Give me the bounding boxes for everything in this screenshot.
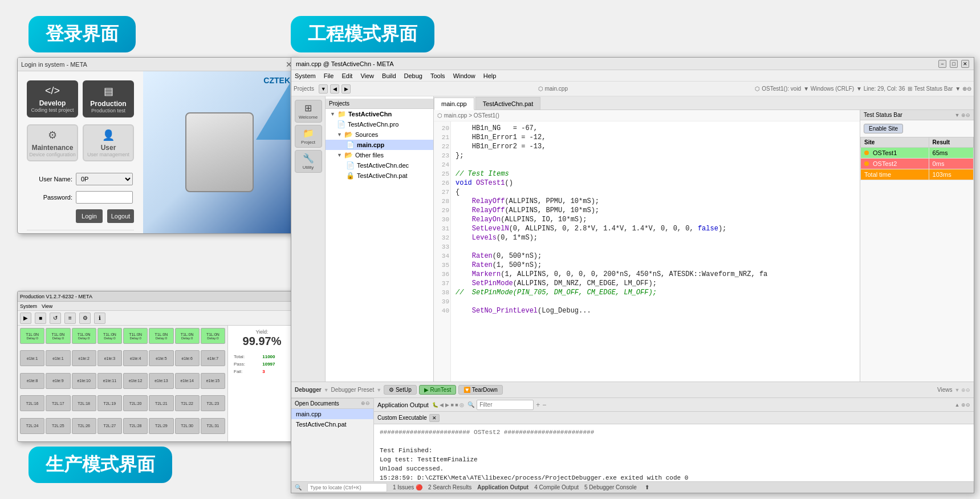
password-field[interactable]	[76, 191, 133, 204]
play-button[interactable]: ▶	[20, 313, 31, 324]
username-select[interactable]: 0P	[76, 173, 133, 185]
search-tab[interactable]: 2 Search Results	[428, 484, 471, 490]
code-editor[interactable]: 20212223 24252627 28293031 32333435 3637…	[434, 121, 860, 382]
filter-icon[interactable]: ▼	[319, 84, 328, 94]
grid-cell[interactable]: T2L:29	[149, 418, 173, 434]
grid-cell[interactable]: T2L:30	[175, 418, 200, 434]
setup-button[interactable]: ⚙ SetUp	[384, 385, 417, 395]
grid-cell[interactable]: e1te:12	[123, 373, 148, 389]
grid-cell[interactable]: T1L:0NDelay:0	[201, 328, 225, 344]
filter-input[interactable]	[477, 400, 534, 410]
menu-build[interactable]: Build	[382, 72, 396, 79]
close-button[interactable]: ✕	[961, 60, 969, 68]
grid-cell[interactable]: e1te:2	[72, 350, 96, 366]
grid-cell[interactable]: T2L:27	[97, 418, 122, 434]
grid-cell[interactable]: T2L:28	[123, 418, 148, 434]
grid-cell[interactable]: T1L:0NDelay:0	[46, 328, 70, 344]
grid-cell[interactable]: T2L:22	[175, 395, 200, 411]
project-sidebar-button[interactable]: 📁 Project	[295, 125, 322, 148]
tree-dec-file[interactable]: 📄 TestActiveChn.dec	[326, 160, 433, 171]
grid-cell[interactable]: e1te:3	[97, 350, 122, 366]
locate-input[interactable]	[307, 483, 387, 492]
runtest-button[interactable]: ▶ RunTest	[419, 385, 456, 395]
open-doc-main-cpp[interactable]: main.cpp	[291, 409, 373, 419]
grid-cell[interactable]: T1L:0NDelay:0	[123, 328, 148, 344]
minimize-button[interactable]: −	[938, 60, 946, 68]
menu-system[interactable]: System	[20, 303, 37, 309]
menu-system[interactable]: System	[295, 72, 316, 79]
production-button[interactable]: ▤ Production Production test	[83, 80, 134, 117]
grid-cell[interactable]: T2L:26	[72, 418, 96, 434]
grid-cell[interactable]: T2L:20	[123, 395, 148, 411]
grid-cell[interactable]: T1L:0NDelay:0	[20, 328, 44, 344]
grid-cell[interactable]: T2L:18	[72, 395, 96, 411]
maintenance-button[interactable]: ⚙ Maintenance Device configuration	[27, 124, 78, 161]
tree-pro-file[interactable]: 📄 TestActiveChn.pro	[326, 119, 433, 129]
grid-cell[interactable]: T1L:0NDelay:0	[149, 328, 173, 344]
develop-button[interactable]: </> Develop Coding test project	[27, 80, 78, 117]
menu-tools[interactable]: Tools	[430, 72, 445, 79]
app-output-tab[interactable]: Application Output	[477, 484, 528, 490]
grid-cell[interactable]: e1te:11	[97, 373, 122, 389]
grid-cell[interactable]: e1te:6	[175, 350, 200, 366]
tree-sources[interactable]: ▼ 📂 Sources	[326, 129, 433, 140]
custom-exec-close[interactable]: ✕	[429, 414, 440, 422]
tree-other-files[interactable]: ▼ 📂 Other files	[326, 150, 433, 160]
menu-edit[interactable]: Edit	[341, 72, 352, 79]
tree-root[interactable]: ▼ 📁 TestActiveChn	[326, 109, 433, 119]
logout-button[interactable]: Logout	[107, 209, 134, 223]
grid-cell[interactable]: e1te:8	[20, 373, 44, 389]
menu-debug[interactable]: Debug	[404, 72, 422, 79]
info-button[interactable]: ℹ	[94, 313, 105, 324]
grid-cell[interactable]: T1L:0NDelay:0	[72, 328, 96, 344]
grid-cell[interactable]: e1te:7	[201, 350, 225, 366]
compile-tab[interactable]: 4 Compile Output	[534, 484, 579, 490]
menu-view[interactable]: View	[42, 303, 52, 309]
settings-button[interactable]: ⚙	[79, 313, 91, 324]
menu-file[interactable]: File	[324, 72, 334, 79]
grid-cell[interactable]: T2L:24	[20, 418, 44, 434]
welcome-sidebar-button[interactable]: ⊞ Welcome	[295, 100, 322, 123]
nav-fwd-button[interactable]: ▶	[341, 84, 351, 94]
grid-cell[interactable]: e1te:5	[149, 350, 173, 366]
code-content[interactable]: HB1n_NG = -67, HB1n_Error1 = -12, HB1n_E…	[451, 121, 860, 382]
grid-cell[interactable]: T2L:19	[97, 395, 122, 411]
grid-cell[interactable]: e1te:9	[46, 373, 70, 389]
grid-cell[interactable]: e1te:1	[46, 350, 70, 366]
grid-cell[interactable]: T2L:23	[201, 395, 225, 411]
teardown-button[interactable]: 🔽 TearDown	[458, 385, 503, 395]
user-button[interactable]: 👤 User User management	[83, 124, 134, 161]
grid-cell[interactable]: T1L:0NDelay:0	[97, 328, 122, 344]
open-doc-pat[interactable]: TestActiveChn.pat	[291, 419, 373, 429]
list-button[interactable]: ≡	[64, 313, 76, 324]
grid-cell[interactable]: T2L:31	[201, 418, 225, 434]
reset-button[interactable]: ↺	[50, 313, 61, 324]
stop-button[interactable]: ■	[35, 313, 46, 324]
tree-main-cpp[interactable]: 📄 main.cpp	[326, 140, 433, 150]
menu-view[interactable]: View	[360, 72, 374, 79]
grid-cell[interactable]: e1te:1	[20, 350, 44, 366]
enable-site-button[interactable]: Enable Site	[864, 124, 903, 133]
main-cpp-label: main.cpp	[357, 141, 384, 148]
grid-cell[interactable]: e1te:4	[123, 350, 148, 366]
grid-cell[interactable]: e1te:14	[175, 373, 200, 389]
issues-tab[interactable]: 1 Issues 🔴	[393, 484, 422, 490]
utility-sidebar-button[interactable]: 🔧 Utility	[295, 150, 322, 173]
tab-pat[interactable]: TestActiveChn.pat	[475, 97, 541, 109]
maximize-button[interactable]: □	[950, 60, 958, 68]
grid-cell[interactable]: T2L:17	[46, 395, 70, 411]
grid-cell[interactable]: T2L:25	[46, 418, 70, 434]
grid-cell[interactable]: e1te:10	[72, 373, 96, 389]
login-button[interactable]: Login	[76, 209, 103, 223]
grid-cell[interactable]: e1te:13	[149, 373, 173, 389]
tree-pat-file[interactable]: 🔒 TestActiveChn.pat	[326, 171, 433, 181]
tab-main-cpp[interactable]: main.cpp	[434, 98, 474, 110]
grid-cell[interactable]: T1L:0NDelay:0	[175, 328, 200, 344]
debugger-console-tab[interactable]: 5 Debugger Console	[584, 484, 637, 490]
grid-cell[interactable]: T2L:16	[20, 395, 44, 411]
grid-cell[interactable]: T2L:21	[149, 395, 173, 411]
menu-help[interactable]: Help	[483, 72, 497, 79]
nav-back-button[interactable]: ◀	[330, 84, 339, 94]
grid-cell[interactable]: e1te:15	[201, 373, 225, 389]
menu-window[interactable]: Window	[453, 72, 475, 79]
